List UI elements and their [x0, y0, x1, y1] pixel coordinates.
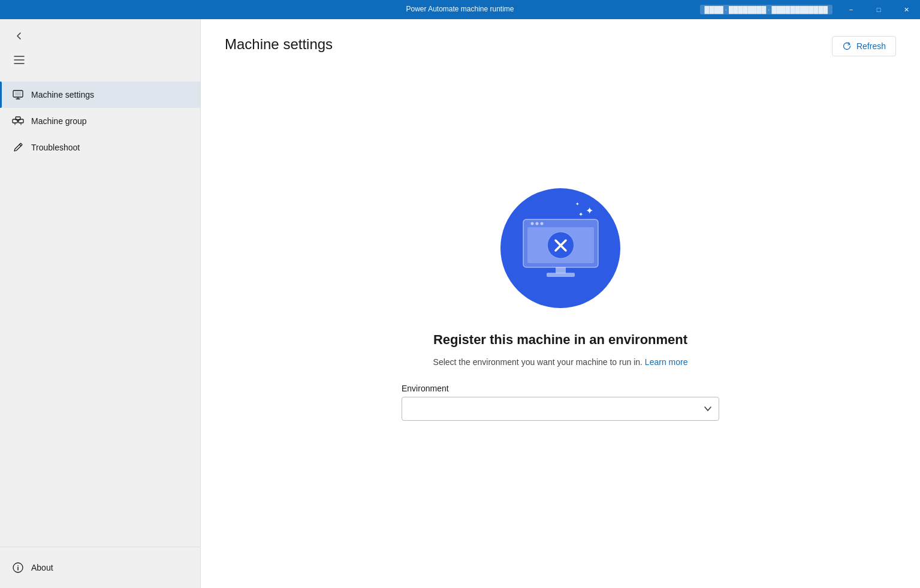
star-decoration-1: ✦	[586, 205, 593, 216]
monitor-illustration	[520, 216, 601, 279]
environment-label: Environment	[402, 384, 719, 393]
nav-items: Machine settings Machine group	[0, 77, 200, 547]
svg-rect-14	[547, 273, 575, 277]
sidebar-item-machine-group[interactable]: Machine group	[0, 108, 200, 134]
main-content: Machine settings Refresh ✦ ✦ ✦	[201, 19, 920, 588]
star-decoration-3: ✦	[575, 201, 580, 207]
troubleshoot-icon	[12, 141, 24, 153]
illustration: ✦ ✦ ✦	[500, 188, 620, 308]
star-decoration-2: ✦	[578, 211, 583, 218]
back-button[interactable]	[10, 26, 29, 46]
machine-group-icon	[12, 115, 24, 127]
svg-rect-13	[556, 267, 566, 273]
refresh-label: Refresh	[856, 41, 886, 51]
register-heading: Register this machine in an environment	[433, 332, 687, 348]
environment-dropdown[interactable]	[402, 397, 719, 421]
hamburger-button[interactable]	[10, 50, 29, 70]
close-button[interactable]: ✕	[892, 0, 920, 19]
title-bar: Power Automate machine runtime ████ · ██…	[0, 0, 920, 19]
chevron-down-icon	[704, 406, 711, 411]
about-button[interactable]: About	[12, 557, 188, 578]
main-header: Machine settings Refresh	[201, 19, 920, 68]
refresh-icon	[842, 41, 852, 51]
sidebar-item-machine-settings[interactable]: Machine settings	[0, 82, 200, 108]
minimize-button[interactable]: −	[837, 0, 865, 19]
machine-group-label: Machine group	[31, 116, 87, 126]
svg-point-12	[540, 222, 543, 225]
environment-section: Environment	[402, 384, 719, 421]
app-container: Machine settings Machine group	[0, 19, 920, 588]
svg-point-10	[530, 222, 533, 225]
svg-point-6	[17, 565, 19, 566]
machine-settings-icon	[12, 89, 24, 101]
refresh-button[interactable]: Refresh	[832, 36, 896, 56]
learn-more-link[interactable]: Learn more	[645, 357, 688, 367]
maximize-button[interactable]: □	[865, 0, 892, 19]
about-label: About	[31, 563, 53, 572]
title-bar-title: Power Automate machine runtime	[406, 5, 514, 13]
svg-rect-1	[15, 92, 21, 96]
machine-settings-label: Machine settings	[31, 90, 94, 99]
about-icon	[12, 562, 24, 574]
title-bar-account: ████ · ████████ · ████████████	[700, 5, 832, 14]
sidebar-item-troubleshoot[interactable]: Troubleshoot	[0, 134, 200, 161]
sidebar-top	[0, 19, 200, 77]
svg-point-11	[535, 222, 538, 225]
sidebar-bottom: About	[0, 547, 200, 588]
register-subtext: Select the environment you want your mac…	[433, 357, 688, 367]
troubleshoot-label: Troubleshoot	[31, 143, 80, 152]
center-content: ✦ ✦ ✦	[201, 68, 920, 588]
sidebar: Machine settings Machine group	[0, 19, 201, 588]
title-bar-controls: − □ ✕	[837, 0, 920, 19]
page-title: Machine settings	[225, 36, 333, 53]
